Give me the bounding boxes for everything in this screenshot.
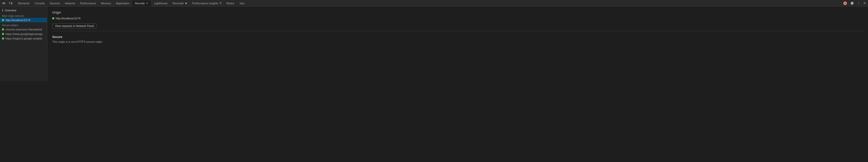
more-options-button[interactable]: ⋮	[856, 1, 861, 5]
secure-dot-3	[2, 37, 4, 39]
tab-lighthouse[interactable]: Lighthouse	[151, 0, 170, 6]
tab-security-close[interactable]: ✕	[146, 2, 149, 5]
tab-performance-insights-label: Performance insights	[192, 2, 218, 5]
main-origin-section-label: Main origin (secure)	[0, 13, 47, 18]
tab-redux-label: Redux	[226, 2, 235, 5]
tab-vue-label: Vue	[239, 2, 244, 5]
sidebar-secure-origin-1: chrome-extension://liecbddmk	[5, 28, 42, 31]
secure-origins-section-label: Secure origins	[0, 22, 47, 27]
tab-application[interactable]: Application	[114, 0, 132, 6]
close-devtools-button[interactable]: ✕	[862, 1, 867, 5]
tab-performance-insights[interactable]: Performance insights ⚗	[190, 0, 224, 6]
tab-elements[interactable]: Elements	[16, 0, 32, 6]
sidebar-item-chrome-ext[interactable]: chrome-extension://liecbddmk	[0, 27, 47, 32]
svg-rect-2	[11, 3, 12, 4]
sidebar-overview-label: Overview	[5, 9, 16, 12]
responsive-icon-button[interactable]	[8, 1, 13, 5]
origin-title: Origin	[52, 10, 863, 14]
sidebar-main-origin-url: http://localhost:5174	[5, 19, 30, 22]
sidebar-item-ga[interactable]: https://region1.google-analytic	[0, 36, 47, 41]
tab-memory[interactable]: Memory	[98, 0, 114, 6]
main-layout: ℹ Overview Main origin (secure) http://l…	[0, 6, 868, 81]
content-area: Origin http://localhost:5174 View reques…	[47, 6, 868, 81]
secure-dot-1	[2, 28, 4, 30]
tab-sources-label: Sources	[50, 2, 60, 5]
tab-elements-label: Elements	[18, 2, 30, 5]
sidebar-secure-origin-3: https://region1.google-analytic	[5, 37, 42, 40]
devtools-icon-button[interactable]	[1, 1, 6, 5]
sidebar-item-main-origin[interactable]: http://localhost:5174	[0, 18, 47, 22]
tab-recorder-label: Recorder	[173, 2, 184, 5]
origin-url-text: http://localhost:5174	[56, 17, 81, 20]
tab-network-label: Network	[65, 2, 75, 5]
secure-heading: Secure	[52, 35, 863, 39]
origin-dot	[2, 19, 4, 21]
tab-bar-right: 2 ⋮ ✕	[842, 1, 867, 5]
tab-network[interactable]: Network	[63, 0, 78, 6]
origin-url-dot	[52, 17, 54, 19]
tab-recorder[interactable]: Recorder ⏺	[170, 0, 190, 6]
sidebar-secure-origin-2: https://www.googletagmanage	[5, 32, 42, 35]
tab-memory-label: Memory	[101, 2, 111, 5]
close-main-icon: ✕	[863, 1, 866, 5]
tabs-container: Elements Console Sources Network Perform…	[16, 0, 842, 6]
sidebar-item-gtm[interactable]: https://www.googletagmanage	[0, 32, 47, 36]
tab-bar: Elements Console Sources Network Perform…	[0, 0, 868, 6]
tab-application-label: Application	[116, 2, 130, 5]
secure-description: This origin is a non-HTTPS secure origin…	[52, 40, 863, 43]
sidebar-overview[interactable]: ℹ Overview	[0, 7, 47, 13]
tab-console[interactable]: Console	[32, 0, 47, 6]
error-count: 2	[843, 1, 847, 5]
devtools-controls	[1, 1, 13, 5]
origin-url-row: http://localhost:5174	[52, 17, 863, 20]
tab-security[interactable]: Security ✕	[132, 0, 151, 6]
secure-dot-2	[2, 33, 4, 35]
view-requests-button[interactable]: View requests in Network Panel	[52, 23, 97, 28]
tab-security-label: Security	[135, 2, 145, 5]
performance-insights-icon: ⚗	[219, 2, 221, 4]
recorder-icon: ⏺	[185, 2, 187, 4]
info-icon: ℹ	[2, 8, 3, 12]
tab-console-label: Console	[35, 2, 45, 5]
tab-redux[interactable]: Redux	[224, 0, 237, 6]
tab-sources[interactable]: Sources	[47, 0, 62, 6]
more-icon: ⋮	[857, 1, 860, 5]
tab-lighthouse-label: Lighthouse	[154, 2, 167, 5]
error-badge-button[interactable]: 2	[842, 1, 848, 5]
sidebar: ℹ Overview Main origin (secure) http://l…	[0, 6, 47, 81]
settings-button[interactable]	[849, 1, 855, 5]
tab-performance[interactable]: Performance	[78, 0, 98, 6]
tab-performance-label: Performance	[80, 2, 96, 5]
tab-vue[interactable]: Vue	[237, 0, 247, 6]
